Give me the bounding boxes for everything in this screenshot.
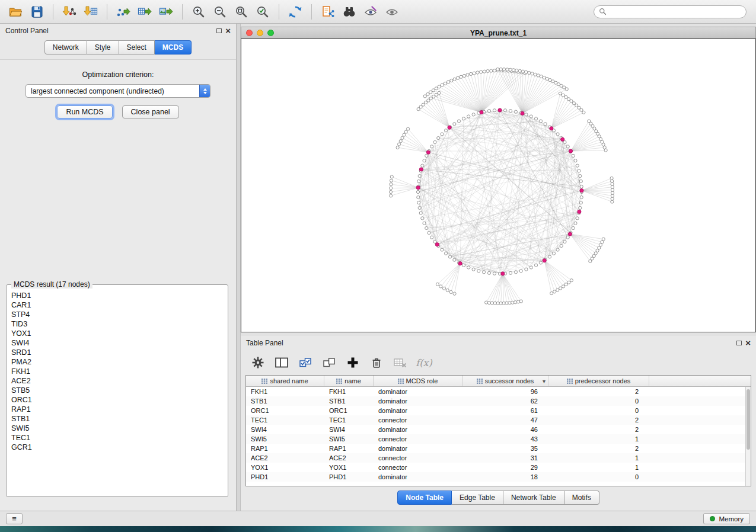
function-builder-button[interactable]: f(x) [416,355,432,370]
memory-button[interactable]: Memory [703,513,750,524]
mcds-node-item[interactable]: ORC1 [11,395,223,405]
mcds-node-item[interactable]: RAP1 [11,405,223,414]
optimization-criterion-select[interactable]: largest connected component (undirected) [25,84,210,98]
search-box[interactable] [594,5,747,18]
table-row[interactable]: RAP1RAP1dominator352 [246,444,745,453]
unselect-all-columns-button[interactable] [321,355,337,370]
document-share-icon [321,5,335,19]
column-header-successor-nodes[interactable]: successor nodes▾ [462,376,548,386]
create-new-column-button[interactable] [345,355,361,370]
table-row[interactable]: YOX1YOX1connector291 [246,463,745,472]
tab-select[interactable]: Select [119,40,155,55]
toolbar-separator [107,4,107,20]
import-network-icon [62,5,76,19]
save-session-button[interactable] [27,3,46,21]
open-file-button[interactable] [6,3,25,21]
float-panel-icon[interactable] [216,28,222,33]
open-folder-icon [8,5,23,19]
table-scrollbar[interactable] [745,387,751,486]
zoom-in-button[interactable] [189,3,208,21]
tab-network[interactable]: Network [44,40,87,55]
export-table-icon [138,5,152,19]
tab-style[interactable]: Style [87,40,119,55]
zoom-out-button[interactable] [210,3,229,21]
mcds-node-item[interactable]: FKH1 [11,367,223,376]
node-table: shared namenameMCDS rolesuccessor nodes▾… [245,375,751,486]
show-hide-button[interactable] [382,3,401,21]
zoom-fit-button[interactable] [232,3,251,21]
mcds-node-item[interactable]: CAR1 [11,300,223,310]
column-header-MCDS-role[interactable]: MCDS role [374,376,462,386]
mcds-node-item[interactable]: PMA2 [11,357,223,367]
column-header-predecessor-nodes[interactable]: predecessor nodes [548,376,649,386]
tab-edge-table[interactable]: Edge Table [452,491,503,505]
show-column-panel-button[interactable] [274,355,289,370]
export-table-button[interactable] [135,3,154,21]
toolbar-separator [53,4,53,20]
node-table-body: FKH1FKH1dominator962STB1STB1dominator620… [246,387,745,486]
tab-node-table[interactable]: Node Table [397,491,452,505]
table-settings-button[interactable] [250,355,266,370]
mcds-node-item[interactable]: GCR1 [11,443,223,452]
memory-label: Memory [719,515,744,523]
unchecked-boxes-icon [323,356,336,369]
status-menu-button[interactable]: ≡ [6,513,23,524]
table-row[interactable]: STB1STB1dominator620 [246,396,745,406]
mcds-node-item[interactable]: SWI5 [11,424,223,433]
table-row[interactable]: FKH1FKH1dominator962 [246,387,745,396]
search-input[interactable] [610,7,741,17]
zoom-selected-button[interactable] [253,3,272,21]
float-panel-icon[interactable] [736,341,742,345]
sort-caret-icon: ▾ [543,378,546,384]
select-all-columns-button[interactable] [298,355,313,370]
table-row[interactable]: TEC1TEC1connector472 [246,415,745,425]
mcds-node-item[interactable]: SWI4 [11,338,223,348]
table-row[interactable]: ACE2ACE2connector311 [246,453,745,463]
import-table-button[interactable] [81,3,100,21]
style-preview-button[interactable] [361,3,380,21]
tab-mcds[interactable]: MCDS [155,40,192,55]
table-row[interactable]: ORC1ORC1dominator610 [246,406,745,415]
network-canvas[interactable] [241,39,756,332]
export-image-button[interactable] [157,3,176,21]
control-panel-tabs: NetworkStyleSelectMCDS [0,38,236,59]
scrollbar-thumb[interactable] [747,389,750,450]
mcds-node-item[interactable]: YOX1 [11,329,223,338]
share-document-button[interactable] [318,3,337,21]
import-network-button[interactable] [60,3,79,21]
column-grid-icon [336,379,342,384]
tab-motifs[interactable]: Motifs [564,491,599,505]
close-panel-button[interactable]: Close panel [122,105,179,118]
mcds-node-item[interactable]: ACE2 [11,376,223,386]
table-row[interactable]: SWI4SWI4dominator462 [246,425,745,434]
vertical-splitter[interactable] [237,24,241,511]
delete-table-button[interactable] [393,355,408,370]
column-header-name[interactable]: name [324,376,374,386]
right-workspace: YPA_prune.txt_1 Table Panel × [241,24,756,511]
mcds-node-item[interactable]: TID3 [11,319,223,329]
table-row[interactable]: PHD1PHD1dominator180 [246,472,745,482]
mcds-node-item[interactable]: STB5 [11,386,223,395]
mcds-node-item[interactable]: STB1 [11,414,223,424]
mcds-node-item[interactable]: STP4 [11,310,223,319]
column-grid-icon [567,379,573,384]
desktop-wallpaper-strip [0,526,756,532]
table-row[interactable]: SWI5SWI5connector431 [246,434,745,444]
export-network-button[interactable] [114,3,133,21]
apply-layout-button[interactable] [286,3,305,21]
mcds-node-item[interactable]: TEC1 [11,433,223,443]
network-canvas-svg[interactable] [241,39,755,332]
delete-column-button[interactable] [369,355,384,370]
run-mcds-button[interactable]: Run MCDS [57,105,112,118]
column-header-shared-name[interactable]: shared name [246,376,324,386]
application-window: Control Panel × NetworkStyleSelectMCDS O… [0,0,756,532]
mcds-node-item[interactable]: SRD1 [11,348,223,357]
close-panel-icon[interactable]: × [225,27,231,34]
toolbar-separator [311,4,312,20]
find-button[interactable] [340,3,359,21]
zoom-selected-icon [256,5,270,19]
mcds-node-item[interactable]: PHD1 [11,291,223,300]
tab-network-table[interactable]: Network Table [503,491,564,505]
combo-stepper-icon [199,85,210,97]
close-panel-icon[interactable]: × [745,339,751,347]
